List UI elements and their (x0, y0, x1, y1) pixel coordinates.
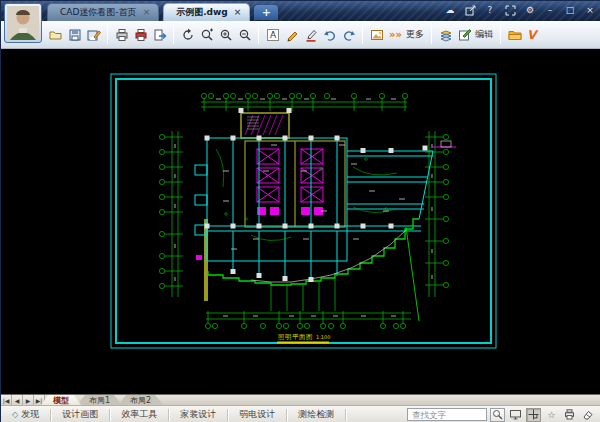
zoom-out-icon[interactable] (236, 25, 253, 45)
snapshot-image-icon[interactable] (368, 25, 385, 45)
avatar-photo (7, 6, 39, 40)
layers-icon[interactable] (437, 25, 454, 45)
title-bar: CAD迷你看图-首页 × 示例图.dwg × + ☁ ? ⚙ – □ × (1, 1, 600, 21)
user-avatar[interactable] (4, 3, 42, 43)
cloud-icon[interactable]: ☁ (443, 4, 457, 17)
search-input[interactable] (407, 408, 487, 421)
star-favorite-icon[interactable]: ☆ (544, 408, 559, 422)
save-icon[interactable] (66, 25, 83, 45)
first-sheet-icon[interactable]: |◀ (1, 395, 12, 405)
window-controls: ☁ ? ⚙ – □ × (443, 3, 597, 18)
redo-icon[interactable] (340, 25, 357, 45)
cad-viewer-window: CAD迷你看图-首页 × 示例图.dwg × + ☁ ? ⚙ – □ × (0, 0, 600, 422)
statusbar-item-survey-detect[interactable]: 测绘检测 (287, 409, 346, 421)
statusbar-item-design-draw[interactable]: 设计画图 (51, 409, 110, 421)
document-tabs: CAD迷你看图-首页 × 示例图.dwg × + (47, 3, 278, 21)
main-toolbar: A »» 更多 编辑 V (1, 21, 600, 49)
fullscreen-view-icon[interactable] (508, 408, 523, 422)
statusbar-item-home-design[interactable]: 家装设计 (169, 409, 228, 421)
tab-home[interactable]: CAD迷你看图-首页 × (47, 3, 159, 21)
next-sheet-icon[interactable]: ▶ (23, 395, 34, 405)
statusbar-right-tools: ☆ (407, 408, 600, 422)
print-icon[interactable] (113, 25, 130, 45)
marker-highlight-icon[interactable] (302, 25, 319, 45)
close-icon[interactable]: × (143, 8, 151, 17)
more-chevrons-icon[interactable]: »» (387, 25, 404, 45)
tab-home-label: CAD迷你看图-首页 (60, 6, 137, 19)
search-icon[interactable] (490, 408, 505, 422)
statusbar-item-discover[interactable]: ◇ 发现 (1, 409, 51, 421)
folder-icon[interactable] (506, 25, 523, 45)
svg-text:A: A (269, 30, 276, 40)
settings-gear-icon[interactable]: ⚙ (523, 4, 537, 17)
drawing-title: 照明平面图 (278, 333, 313, 341)
statusbar-item-efficiency-tools[interactable]: 效率工具 (110, 409, 169, 421)
toolbar-separator (500, 26, 501, 44)
minimize-button[interactable]: – (543, 4, 557, 17)
maximize-button[interactable]: □ (563, 4, 577, 17)
statusbar-item-elv-design[interactable]: 弱电设计 (228, 409, 287, 421)
text-annotate-icon[interactable]: A (264, 25, 281, 45)
new-tab-button[interactable]: + (254, 5, 278, 20)
export-share-icon[interactable] (151, 25, 168, 45)
sheet-tab-bar: |◀ ◀ ▶ ▶| 模型 布局1 布局2 (1, 394, 600, 405)
eraser-clean-icon[interactable] (580, 408, 595, 422)
zoom-in-icon[interactable] (217, 25, 234, 45)
tab-document-label: 示例图.dwg (176, 6, 228, 19)
pencil-draw-icon[interactable] (283, 25, 300, 45)
quick-print-icon[interactable] (562, 408, 577, 422)
drawing-scale: 1:100 (316, 334, 330, 340)
status-bar: ◇ 发现 设计画图 效率工具 家装设计 弱电设计 测绘检测 ☆ (1, 405, 600, 422)
tab-document[interactable]: 示例图.dwg × (163, 3, 250, 21)
tab-model[interactable]: 模型 (41, 395, 81, 405)
toolbar-separator (258, 26, 259, 44)
zoom-extents-icon[interactable] (198, 25, 215, 45)
close-window-button[interactable]: × (583, 4, 597, 17)
undo-icon[interactable] (321, 25, 338, 45)
prev-sheet-icon[interactable]: ◀ (12, 395, 23, 405)
fullscreen-icon[interactable] (503, 4, 517, 17)
toolbar-separator (431, 26, 432, 44)
crosshair-icon[interactable] (526, 408, 541, 422)
tab-layout1[interactable]: 布局1 (77, 395, 122, 405)
toolbar-separator (173, 26, 174, 44)
rotate-view-icon[interactable] (179, 25, 196, 45)
toolbar-separator (362, 26, 363, 44)
help-icon[interactable]: ? (483, 4, 497, 17)
save-as-icon[interactable] (85, 25, 102, 45)
diamond-icon: ◇ (12, 410, 18, 419)
close-icon[interactable]: × (234, 8, 242, 17)
v-logo-icon[interactable]: V (527, 28, 536, 42)
toolbar-separator (107, 26, 108, 44)
tab-layout2[interactable]: 布局2 (118, 395, 163, 405)
drawing-canvas[interactable]: 照明平面图 1:100 (1, 49, 600, 394)
share-edit-icon[interactable] (463, 4, 477, 17)
edit-mode-icon[interactable] (456, 25, 473, 45)
pdf-export-icon[interactable] (132, 25, 149, 45)
cad-drawing: 照明平面图 1:100 (1, 49, 600, 394)
more-button[interactable]: 更多 (406, 28, 424, 41)
open-file-icon[interactable] (47, 25, 64, 45)
edit-button[interactable]: 编辑 (475, 28, 493, 41)
